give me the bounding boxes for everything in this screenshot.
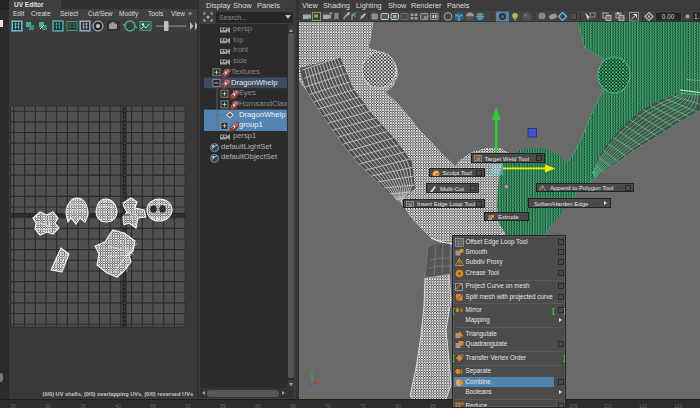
svg-text:1.: 1. xyxy=(694,13,700,20)
svg-text:0.00: 0.00 xyxy=(662,13,675,20)
